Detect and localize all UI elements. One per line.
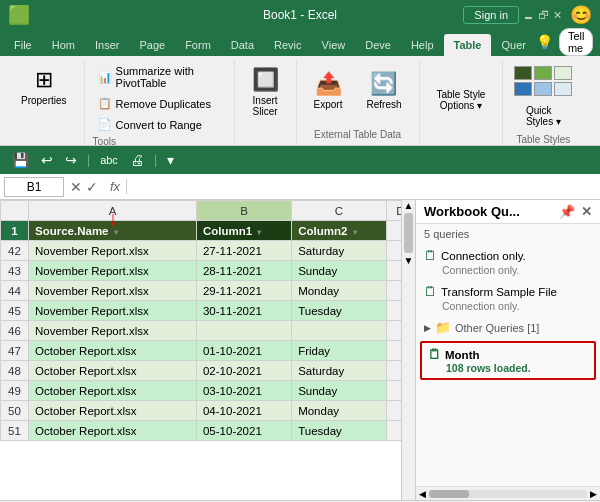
cell-51-b[interactable]: 05-10-2021 xyxy=(196,421,291,441)
wq-selected-item[interactable]: 🗒 Month 108 rows loaded. xyxy=(420,341,596,380)
restore-btn[interactable]: 🗕 xyxy=(523,9,534,21)
abc-qa-button[interactable]: abc xyxy=(96,152,122,168)
dropdown-arrow-col2[interactable]: ▾ xyxy=(353,228,357,237)
table-row[interactable]: 42 November Report.xlsx 27-11-2021 Satur… xyxy=(1,241,415,261)
cell-49-c[interactable]: Sunday xyxy=(292,381,387,401)
cell-45-a[interactable]: November Report.xlsx xyxy=(29,301,197,321)
convert-to-range-button[interactable]: 📄 Convert to Range xyxy=(93,115,223,134)
cell-45-c[interactable]: Tuesday xyxy=(292,301,387,321)
wq-scroll-thumb[interactable] xyxy=(429,490,469,498)
table-row[interactable]: 48 October Report.xlsx 02-10-2021 Saturd… xyxy=(1,361,415,381)
tab-page[interactable]: Page xyxy=(129,34,175,56)
properties-button[interactable]: ⊞ Properties xyxy=(12,62,76,111)
cell-43-b[interactable]: 28-11-2021 xyxy=(196,261,291,281)
table-row[interactable]: 49 October Report.xlsx 03-10-2021 Sunday xyxy=(1,381,415,401)
cell-46-b[interactable] xyxy=(196,321,291,341)
wq-pin-icon[interactable]: 📌 xyxy=(559,204,575,219)
tab-developer[interactable]: Deve xyxy=(355,34,401,56)
cell-42-a[interactable]: November Report.xlsx xyxy=(29,241,197,261)
cell-42-c[interactable]: Saturday xyxy=(292,241,387,261)
wq-scroll-bar[interactable]: ◀ ▶ xyxy=(416,486,600,500)
cell-46-a[interactable]: November Report.xlsx xyxy=(29,321,197,341)
cell-45-b[interactable]: 30-11-2021 xyxy=(196,301,291,321)
cell-47-b[interactable]: 01-10-2021 xyxy=(196,341,291,361)
swatch-mid-blue[interactable] xyxy=(534,82,552,96)
formula-input[interactable]: Column1 xyxy=(127,180,596,194)
cell-43-c[interactable]: Sunday xyxy=(292,261,387,281)
tab-view[interactable]: View xyxy=(312,34,356,56)
print-qa-button[interactable]: 🖨 xyxy=(126,150,148,170)
tab-data[interactable]: Data xyxy=(221,34,264,56)
vertical-scrollbar[interactable]: ▲ ▼ xyxy=(401,200,415,500)
swatch-dark-green[interactable] xyxy=(514,66,532,80)
scroll-thumb[interactable] xyxy=(404,213,413,253)
close-btn[interactable]: ✕ xyxy=(553,9,562,22)
tab-file[interactable]: File xyxy=(4,34,42,56)
quick-styles-dropdown-button[interactable]: QuickStyles ▾ xyxy=(517,100,570,132)
wq-close-icon[interactable]: ✕ xyxy=(581,204,592,219)
wq-scroll-right[interactable]: ▶ xyxy=(587,489,600,499)
table-row[interactable]: 45 November Report.xlsx 30-11-2021 Tuesd… xyxy=(1,301,415,321)
cell-51-a[interactable]: October Report.xlsx xyxy=(29,421,197,441)
cell-48-c[interactable]: Saturday xyxy=(292,361,387,381)
cell-43-a[interactable]: November Report.xlsx xyxy=(29,261,197,281)
spreadsheet[interactable]: A B C D 1 Source.Name ▾ ↓ Column1 ▾ xyxy=(0,200,415,500)
remove-duplicates-button[interactable]: 📋 Remove Duplicates xyxy=(93,94,223,113)
cell-44-a[interactable]: November Report.xlsx xyxy=(29,281,197,301)
table-row[interactable]: 46 November Report.xlsx xyxy=(1,321,415,341)
refresh-button[interactable]: 🔄 Refresh xyxy=(357,66,410,115)
insert-slicer-button[interactable]: 🔲 InsertSlicer xyxy=(243,62,288,122)
dropdown-arrow-col1[interactable]: ▾ xyxy=(257,228,261,237)
cell-48-b[interactable]: 02-10-2021 xyxy=(196,361,291,381)
undo-qa-button[interactable]: ↩ xyxy=(37,150,57,170)
wq-scroll-left[interactable]: ◀ xyxy=(416,489,429,499)
tab-table[interactable]: Table xyxy=(444,34,492,56)
triangle-icon[interactable]: ▶ xyxy=(424,323,431,333)
swatch-dark-blue[interactable] xyxy=(514,82,532,96)
tab-insert[interactable]: Inser xyxy=(85,34,129,56)
swatch-mid-green[interactable] xyxy=(534,66,552,80)
header-column1[interactable]: Column1 ▾ xyxy=(196,221,291,241)
table-row[interactable]: 44 November Report.xlsx 29-11-2021 Monda… xyxy=(1,281,415,301)
cell-47-c[interactable]: Friday xyxy=(292,341,387,361)
tab-help[interactable]: Help xyxy=(401,34,444,56)
table-row[interactable]: 43 November Report.xlsx 28-11-2021 Sunda… xyxy=(1,261,415,281)
table-row[interactable]: 50 October Report.xlsx 04-10-2021 Monday xyxy=(1,401,415,421)
header-column2[interactable]: Column2 ▾ xyxy=(292,221,387,241)
table-style-options-button[interactable]: Table StyleOptions ▾ xyxy=(428,84,495,116)
tab-home[interactable]: Hom xyxy=(42,34,85,56)
cell-46-c[interactable] xyxy=(292,321,387,341)
cell-44-c[interactable]: Monday xyxy=(292,281,387,301)
tab-review[interactable]: Revic xyxy=(264,34,312,56)
wq-item-transform[interactable]: 🗒 Transform Sample File Connection only. xyxy=(416,280,600,316)
tell-me-box[interactable]: Tell me xyxy=(559,28,594,56)
col-header-b[interactable]: B xyxy=(196,201,291,221)
header-source-name[interactable]: Source.Name ▾ ↓ xyxy=(29,221,197,241)
confirm-formula-icon[interactable]: ✓ xyxy=(86,179,98,195)
sign-in-button[interactable]: Sign in xyxy=(463,6,519,24)
swatch-light-blue[interactable] xyxy=(554,82,572,96)
cell-47-a[interactable]: October Report.xlsx xyxy=(29,341,197,361)
cell-42-b[interactable]: 27-11-2021 xyxy=(196,241,291,261)
cell-reference-input[interactable] xyxy=(4,177,64,197)
cancel-formula-icon[interactable]: ✕ xyxy=(70,179,82,195)
more-qa-button[interactable]: ▾ xyxy=(163,150,178,170)
redo-qa-button[interactable]: ↪ xyxy=(61,150,81,170)
cell-48-a[interactable]: October Report.xlsx xyxy=(29,361,197,381)
cell-50-a[interactable]: October Report.xlsx xyxy=(29,401,197,421)
save-qa-button[interactable]: 💾 xyxy=(8,150,33,170)
cell-51-c[interactable]: Tuesday xyxy=(292,421,387,441)
pivot-table-button[interactable]: 📊 Summarize with PivotTable xyxy=(93,62,223,92)
scroll-down-btn[interactable]: ▼ xyxy=(402,255,415,266)
tab-formulas[interactable]: Form xyxy=(175,34,221,56)
col-header-c[interactable]: C xyxy=(292,201,387,221)
cell-49-b[interactable]: 03-10-2021 xyxy=(196,381,291,401)
table-row[interactable]: 47 October Report.xlsx 01-10-2021 Friday xyxy=(1,341,415,361)
maximize-btn[interactable]: 🗗 xyxy=(538,9,549,21)
swatch-light-green[interactable] xyxy=(554,66,572,80)
export-button[interactable]: 📤 Export xyxy=(305,66,352,115)
cell-50-b[interactable]: 04-10-2021 xyxy=(196,401,291,421)
cell-50-c[interactable]: Monday xyxy=(292,401,387,421)
cell-44-b[interactable]: 29-11-2021 xyxy=(196,281,291,301)
cell-49-a[interactable]: October Report.xlsx xyxy=(29,381,197,401)
